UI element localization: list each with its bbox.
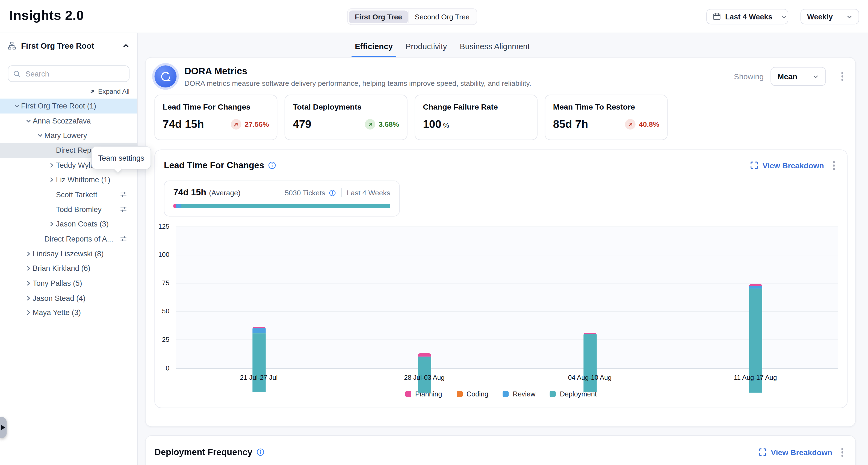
tree-item[interactable]: Mary Lowery — [0, 128, 137, 143]
trend-up-icon — [625, 119, 636, 130]
info-icon[interactable] — [329, 189, 336, 196]
deployment-kebab-menu[interactable] — [838, 445, 846, 460]
chevron-right-icon[interactable] — [47, 176, 56, 184]
tree-item[interactable]: Todd Bromley — [0, 202, 137, 217]
legend-item-review[interactable]: Review — [503, 390, 536, 398]
chevron-down-icon[interactable] — [35, 131, 44, 140]
tree-item-label: Lindsay Liszewski (8) — [33, 250, 104, 258]
average-value: 74d 15h — [173, 187, 206, 197]
x-axis-label: 11 Aug-17 Aug — [734, 373, 777, 381]
tree-item-label: Tony Pallas (5) — [33, 279, 82, 287]
org-toggle-first-org-tree[interactable]: First Org Tree — [349, 10, 408, 23]
expand-corners-icon — [759, 448, 767, 456]
chevron-placeholder — [47, 205, 56, 214]
tree-item-label: Liz Whittome (1) — [56, 176, 110, 184]
dora-cycle-icon — [154, 65, 177, 87]
chevron-down-icon — [781, 14, 787, 20]
tab-efficiency[interactable]: Efficiency — [354, 39, 394, 58]
y-axis-tick: 125 — [153, 222, 169, 230]
tree-item[interactable]: Scott Tarkett — [0, 187, 137, 202]
aggregation-value: Mean — [778, 72, 798, 81]
team-settings-icon[interactable] — [120, 190, 127, 198]
tree-item[interactable]: Lindsay Liszewski (8) — [0, 246, 137, 261]
legend-item-coding[interactable]: Coding — [456, 390, 488, 398]
info-icon[interactable] — [268, 161, 276, 169]
aggregation-select[interactable]: Mean — [770, 67, 826, 86]
trend-up-icon — [365, 119, 376, 130]
chevron-down-icon[interactable] — [24, 116, 32, 125]
chevron-right-icon[interactable] — [24, 249, 32, 258]
date-range-select[interactable]: Last 4 Weeks — [706, 9, 788, 24]
gridline — [176, 255, 838, 255]
tree-item[interactable]: Jason Coats (3) — [0, 217, 137, 231]
tree-item-label: Scott Tarkett — [56, 190, 97, 198]
app-title: Insights 2.0 — [9, 8, 84, 23]
tree-item[interactable]: First Org Tree Root (1) — [0, 99, 137, 113]
metric-cards-row: Lead Time For Changes 74d 15h 27.56% Tot… — [146, 93, 855, 140]
bar-segment-deployment — [252, 333, 266, 392]
chevron-right-icon[interactable] — [24, 294, 32, 303]
search-box — [8, 65, 129, 82]
chart-plot-area — [176, 226, 838, 369]
chevron-down-icon[interactable] — [12, 102, 21, 111]
stacked-bar[interactable] — [417, 353, 431, 392]
chevron-right-icon[interactable] — [47, 220, 56, 228]
info-icon[interactable] — [256, 448, 265, 456]
granularity-select[interactable]: Weekly — [801, 9, 859, 24]
tree-item[interactable]: Liz Whittome (1) — [0, 173, 137, 187]
tab-productivity[interactable]: Productivity — [404, 39, 448, 58]
team-settings-icon[interactable] — [120, 206, 127, 213]
sidebar-collapse-handle[interactable] — [0, 417, 6, 438]
metric-value: 100% — [423, 118, 449, 131]
lead-time-card: Lead Time For Changes View Breakdown — [154, 150, 847, 408]
chevron-up-icon[interactable] — [122, 42, 129, 49]
metric-title: Change Failure Rate — [423, 102, 529, 111]
team-settings-icon[interactable] — [120, 235, 127, 243]
tree-item[interactable]: Tony Pallas (5) — [0, 276, 137, 291]
tree-item[interactable]: Jason Stead (4) — [0, 291, 137, 305]
y-axis-tick: 0 — [153, 364, 169, 372]
stacked-bar[interactable] — [252, 327, 266, 392]
y-axis-tick: 100 — [153, 251, 169, 258]
chevron-placeholder — [47, 190, 56, 199]
tooltip-label: Team settings — [98, 154, 144, 162]
expand-all-icon — [89, 88, 95, 94]
deployment-view-breakdown-button[interactable]: View Breakdown — [759, 448, 833, 457]
dora-description: DORA metrics measure software delivery p… — [184, 79, 726, 87]
tree-item-label: Todd Bromley — [56, 205, 102, 213]
org-tree-sidebar: First Org Tree Root Expand All First Org… — [0, 33, 138, 465]
org-tree: First Org Tree Root (1) Anna Scozzafava … — [0, 99, 137, 320]
phase-distribution-bar — [173, 204, 390, 208]
dora-kebab-menu[interactable] — [838, 69, 846, 84]
chevron-right-icon[interactable] — [24, 308, 32, 317]
play-arrow-icon — [1, 425, 5, 430]
tab-business-alignment[interactable]: Business Alignment — [459, 39, 531, 58]
top-header: Insights 2.0 First Org TreeSecond Org Tr… — [0, 0, 868, 33]
tree-item[interactable]: Direct Reports of A... — [0, 232, 137, 246]
search-input[interactable] — [24, 69, 125, 78]
chevron-right-icon[interactable] — [47, 161, 56, 169]
stacked-bar[interactable] — [583, 333, 596, 392]
lead-time-view-breakdown-button[interactable]: View Breakdown — [750, 161, 824, 170]
summary-period: Last 4 Weeks — [347, 188, 390, 197]
chevron-right-icon[interactable] — [24, 264, 32, 273]
expand-all-label: Expand All — [98, 87, 129, 95]
bar-segment-deployment — [583, 334, 596, 392]
tickets-count: 5030 Tickets — [285, 188, 325, 197]
tree-item-label: Direct Reports of A... — [44, 235, 113, 243]
legend-label: Review — [513, 390, 535, 398]
org-toggle-second-org-tree[interactable]: Second Org Tree — [408, 10, 475, 23]
tree-item[interactable]: Brian Kirkland (6) — [0, 261, 137, 276]
legend-swatch — [550, 391, 556, 397]
tree-item-label: Anna Scozzafava — [33, 117, 91, 125]
tree-item[interactable]: Maya Yette (3) — [0, 305, 137, 320]
legend-label: Coding — [466, 390, 488, 398]
metric-title: Lead Time For Changes — [163, 102, 269, 111]
gridline — [176, 311, 838, 312]
lead-time-kebab-menu[interactable] — [830, 158, 838, 173]
tree-item[interactable]: Anna Scozzafava — [0, 113, 137, 128]
org-tree-toggle: First Org TreeSecond Org Tree — [347, 8, 477, 25]
chevron-right-icon[interactable] — [24, 279, 32, 288]
view-breakdown-label: View Breakdown — [771, 448, 832, 457]
expand-all-button[interactable]: Expand All — [8, 87, 129, 95]
